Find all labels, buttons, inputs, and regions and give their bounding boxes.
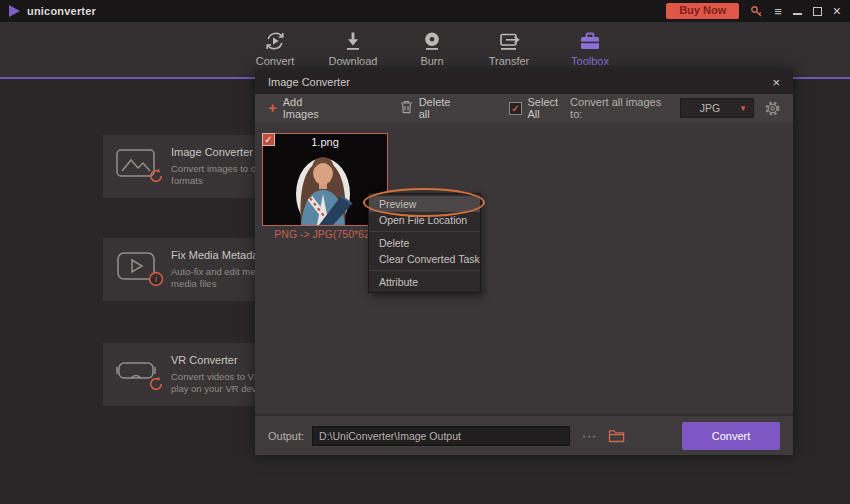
menu-separator bbox=[369, 231, 480, 232]
maximize-button[interactable] bbox=[813, 7, 822, 16]
svg-text:i: i bbox=[155, 273, 158, 284]
panel-toolbar: + Add Images Delete all ✓ Select All Con… bbox=[255, 94, 793, 122]
info-badge-icon: i bbox=[147, 270, 165, 292]
card-title: Fix Media Metadata bbox=[171, 249, 268, 261]
delete-all-label: Delete all bbox=[419, 96, 462, 120]
nav-tab-convert[interactable]: Convert bbox=[240, 25, 310, 67]
convert-all-label: Convert all images to: bbox=[570, 96, 671, 120]
panel-header: Image Converter × bbox=[255, 70, 793, 94]
image-converter-panel: Image Converter × + Add Images Delete al… bbox=[255, 70, 793, 455]
context-menu: Preview Open File Location Delete Clear … bbox=[368, 193, 481, 293]
chevron-down-icon: ▼ bbox=[739, 104, 747, 113]
output-label: Output: bbox=[268, 430, 304, 442]
select-all-toggle[interactable]: ✓ Select All bbox=[509, 96, 570, 120]
menu-icon[interactable]: ≡ bbox=[774, 5, 782, 18]
nav-tab-burn[interactable]: Burn bbox=[397, 25, 467, 67]
nav-label-download: Download bbox=[329, 55, 378, 67]
vr-converter-icon bbox=[116, 356, 158, 392]
output-path-input[interactable] bbox=[312, 426, 570, 446]
refresh-badge-icon bbox=[147, 375, 165, 397]
buy-now-button[interactable]: Buy Now bbox=[666, 3, 739, 19]
nav-label-toolbox: Toolbox bbox=[571, 55, 609, 67]
nav-label-transfer: Transfer bbox=[489, 55, 530, 67]
convert-icon bbox=[263, 25, 287, 53]
settings-gear-icon[interactable] bbox=[765, 101, 780, 116]
open-folder-icon[interactable] bbox=[608, 429, 625, 443]
transfer-icon bbox=[497, 25, 521, 53]
browse-more-button[interactable]: ··· bbox=[582, 429, 597, 443]
context-menu-item-preview[interactable]: Preview bbox=[369, 196, 480, 212]
file-checkbox[interactable]: ✓ bbox=[262, 133, 275, 146]
app-title: uniconverter bbox=[27, 5, 96, 17]
add-images-label: Add Images bbox=[283, 96, 338, 120]
login-key-icon[interactable] bbox=[750, 5, 763, 18]
panel-title: Image Converter bbox=[268, 76, 350, 88]
titlebar: uniconverter Buy Now ≡ × bbox=[0, 0, 850, 22]
nav-label-burn: Burn bbox=[420, 55, 443, 67]
card-title: VR Converter bbox=[171, 354, 238, 366]
download-icon bbox=[341, 25, 365, 53]
panel-close-icon[interactable]: × bbox=[772, 76, 780, 89]
context-menu-item-attribute[interactable]: Attribute bbox=[369, 274, 480, 290]
context-menu-item-clear-converted-task[interactable]: Clear Converted Task bbox=[369, 251, 480, 267]
context-menu-item-delete[interactable]: Delete bbox=[369, 235, 480, 251]
nav-tab-download[interactable]: Download bbox=[318, 25, 388, 67]
app-window: uniconverter Buy Now ≡ × bbox=[0, 0, 850, 504]
nav-label-convert: Convert bbox=[256, 55, 295, 67]
plus-icon: + bbox=[268, 102, 277, 114]
menu-separator bbox=[369, 270, 480, 271]
file-name-label: 1.png bbox=[263, 136, 387, 148]
image-converter-icon bbox=[116, 148, 158, 184]
app-logo-icon bbox=[9, 5, 20, 17]
select-all-label: Select All bbox=[528, 96, 571, 120]
media-metadata-icon: i bbox=[116, 251, 158, 287]
format-dropdown[interactable]: JPG ▼ bbox=[680, 98, 754, 118]
card-title: Image Converter bbox=[171, 146, 253, 158]
trash-icon bbox=[400, 100, 413, 116]
window-close-button[interactable]: × bbox=[833, 5, 841, 18]
nav-tab-toolbox[interactable]: Toolbox bbox=[555, 25, 625, 67]
context-menu-item-open-file-location[interactable]: Open File Location bbox=[369, 212, 480, 228]
minimize-button[interactable] bbox=[793, 7, 802, 15]
burn-disc-icon bbox=[420, 25, 444, 53]
output-bar: Output: ··· Convert bbox=[255, 414, 793, 455]
delete-all-button[interactable]: Delete all bbox=[400, 96, 462, 120]
format-value: JPG bbox=[681, 102, 739, 114]
nav-tab-transfer[interactable]: Transfer bbox=[474, 25, 544, 67]
toolbox-icon bbox=[577, 25, 603, 53]
refresh-badge-icon bbox=[147, 167, 165, 189]
file-list-area: ✓ 1.png PNG -> JPG(750*620 bbox=[255, 122, 793, 414]
add-images-button[interactable]: + Add Images bbox=[268, 96, 338, 120]
main-nav: Convert Download Burn bbox=[0, 22, 850, 77]
select-all-checkbox[interactable]: ✓ bbox=[509, 102, 521, 115]
convert-button[interactable]: Convert bbox=[682, 422, 780, 450]
